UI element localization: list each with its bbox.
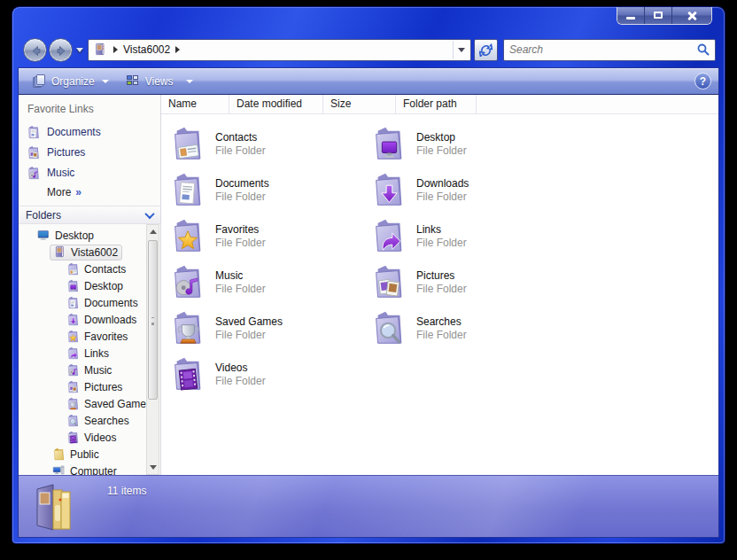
- tile-searches[interactable]: Searches File Folder: [368, 305, 718, 351]
- crumb-arrow-icon[interactable]: [113, 46, 118, 53]
- contacts-folder-icon: [66, 261, 81, 276]
- tree-item-downloads[interactable]: Downloads: [19, 311, 160, 328]
- tree-item-label: Public: [70, 448, 99, 461]
- search-box: [503, 39, 716, 61]
- more-links-button[interactable]: More »: [19, 183, 160, 202]
- music-folder-icon: [66, 362, 81, 377]
- tree-item-searches[interactable]: Searches: [19, 412, 160, 429]
- tree-item-favorites[interactable]: Favorites: [19, 328, 160, 345]
- column-header-folder-path[interactable]: Folder path: [396, 95, 477, 113]
- tree-item-label: Videos: [84, 432, 116, 444]
- folder-name: Links: [416, 223, 467, 236]
- views-button[interactable]: Views: [120, 73, 200, 90]
- links-folder-icon: [66, 346, 81, 361]
- tree-item-label: Music: [84, 364, 112, 377]
- folder-type: File Folder: [215, 237, 266, 249]
- maximize-button[interactable]: [645, 7, 672, 24]
- tile-contacts[interactable]: Contacts File Folder: [167, 121, 368, 167]
- tree-item-label: Desktop: [55, 229, 94, 242]
- minimize-button[interactable]: [617, 7, 645, 24]
- selected-tree-item[interactable]: Vista6002: [50, 245, 122, 261]
- folder-type: File Folder: [416, 329, 467, 341]
- folder-type: File Folder: [416, 191, 469, 203]
- tile-pictures[interactable]: Pictures File Folder: [368, 259, 718, 305]
- tree-item-documents[interactable]: Documents: [19, 294, 160, 311]
- command-toolbar: Organize Views ?: [19, 68, 718, 95]
- tile-videos[interactable]: Videos File Folder: [167, 351, 368, 397]
- sidebar-item-pictures[interactable]: Pictures: [19, 142, 160, 162]
- tile-favorites[interactable]: Favorites File Folder: [167, 213, 368, 259]
- tile-music[interactable]: Music File Folder: [167, 259, 368, 305]
- tree-item-videos[interactable]: Videos: [19, 429, 160, 446]
- documents-folder-icon: [167, 169, 208, 210]
- links-folder-icon: [368, 215, 409, 256]
- column-header-date-modified[interactable]: Date modified: [229, 95, 323, 113]
- scroll-up-button[interactable]: [147, 225, 159, 238]
- tree-item-links[interactable]: Links: [19, 345, 160, 362]
- folders-band[interactable]: Folders: [19, 206, 160, 224]
- back-button[interactable]: [23, 38, 47, 62]
- recent-pages-dropdown[interactable]: [76, 48, 83, 52]
- scrollbar-track[interactable]: [147, 238, 159, 461]
- tile-desktop[interactable]: Desktop File Folder: [368, 121, 718, 167]
- address-bar[interactable]: Vista6002: [88, 39, 471, 61]
- folder-name: Music: [215, 269, 266, 282]
- navigation-pane: Favorite Links Documents Pictures Music …: [19, 95, 161, 475]
- item-count: 11 items: [107, 485, 146, 497]
- close-button[interactable]: [672, 7, 711, 24]
- back-arrow-icon: [30, 45, 42, 57]
- tree-item-label: Documents: [84, 297, 138, 309]
- forward-button[interactable]: [49, 38, 73, 62]
- help-button[interactable]: ?: [694, 73, 711, 89]
- tile-links[interactable]: Links File Folder: [368, 213, 718, 259]
- tile-downloads[interactable]: Downloads File Folder: [368, 167, 718, 213]
- folder-type: File Folder: [416, 144, 467, 157]
- triangle-up-icon: [150, 229, 157, 234]
- folder-name: Pictures: [416, 269, 467, 282]
- tile-saved-games[interactable]: Saved Games File Folder: [167, 305, 368, 351]
- favorites-folder-icon: [167, 215, 208, 256]
- breadcrumb-root[interactable]: Vista6002: [123, 43, 170, 56]
- tree-item-pictures[interactable]: Pictures: [19, 378, 160, 395]
- desktop-folder-icon: [66, 278, 81, 293]
- computer-icon: [51, 463, 66, 475]
- organize-button[interactable]: Organize: [26, 72, 116, 90]
- folder-tiles: Contacts File Folder Desktop File Folder…: [161, 114, 718, 397]
- search-input[interactable]: [509, 43, 697, 56]
- tree-item-label: Favorites: [84, 331, 128, 343]
- sidebar-item-music[interactable]: Music: [19, 162, 160, 183]
- tile-documents[interactable]: Documents File Folder: [167, 167, 368, 213]
- tree-item-vista6002[interactable]: Vista6002: [19, 244, 160, 261]
- videos-folder-icon: [167, 354, 208, 394]
- column-header-size[interactable]: Size: [323, 95, 396, 113]
- scrollbar-thumb[interactable]: [148, 240, 158, 400]
- search-icon[interactable]: [697, 43, 710, 56]
- address-dropdown-button[interactable]: [453, 41, 469, 59]
- tree-item-desktop[interactable]: Desktop: [19, 277, 160, 294]
- refresh-icon: [479, 43, 493, 57]
- titlebar[interactable]: [18, 7, 719, 35]
- user-folder-icon: [52, 245, 67, 260]
- sidebar-item-documents[interactable]: Documents: [19, 121, 160, 142]
- tree-item-desktop-root[interactable]: Desktop: [19, 227, 160, 244]
- tree-item-computer[interactable]: Computer: [19, 463, 160, 475]
- tree-scrollbar[interactable]: [146, 224, 159, 475]
- tree-item-music[interactable]: Music: [19, 362, 160, 378]
- scroll-down-button[interactable]: [147, 461, 159, 474]
- refresh-button[interactable]: [474, 39, 498, 61]
- organize-label: Organize: [51, 75, 95, 88]
- maximize-icon: [654, 12, 663, 19]
- folder-name: Downloads: [416, 177, 469, 190]
- close-icon: [687, 11, 697, 20]
- tree-item-saved-games[interactable]: Saved Games: [19, 395, 160, 412]
- tree-item-contacts[interactable]: Contacts: [19, 261, 160, 277]
- chevron-down-icon: [186, 80, 193, 83]
- views-label: Views: [145, 75, 174, 88]
- column-header-name[interactable]: Name: [161, 95, 229, 113]
- navigation-bar: Vista6002: [18, 35, 719, 67]
- crumb-arrow-icon[interactable]: [175, 46, 180, 53]
- chevron-down-icon: [102, 80, 109, 83]
- help-icon: ?: [700, 75, 706, 88]
- tree-item-public[interactable]: Public: [19, 446, 160, 463]
- favorite-links-header: Favorite Links: [19, 95, 160, 121]
